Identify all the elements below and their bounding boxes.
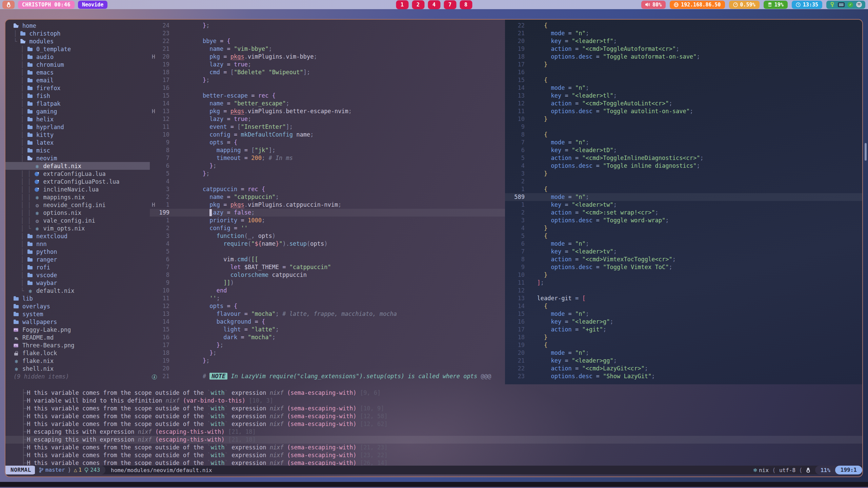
- code-line[interactable]: i21 # NOTE In LazyVim require("clang_ext…: [150, 372, 505, 380]
- code-line[interactable]: 13 flavour = "mocha"; # latte, frappe, m…: [150, 310, 505, 318]
- keyboard-layout-icon[interactable]: [838, 2, 845, 7]
- code-line[interactable]: 16: [150, 84, 505, 92]
- code-line[interactable]: 4 }: [505, 224, 862, 232]
- code-line[interactable]: 8 mapping = ["jk"];: [150, 146, 505, 154]
- code-line[interactable]: 10 end: [150, 287, 505, 294]
- launcher-button[interactable]: [2, 1, 15, 9]
- tree-item[interactable]: │ │ vale_config.ini: [5, 217, 150, 224]
- tree-item[interactable]: │ waybar: [5, 279, 150, 287]
- tree-item[interactable]: README.md: [5, 333, 150, 341]
- tree-item[interactable]: │ nextcloud: [5, 232, 150, 240]
- code-line[interactable]: 2 action = "<cmd>:set wrap!<cr>";: [505, 209, 862, 217]
- code-line[interactable]: 12 opts = {: [150, 302, 505, 310]
- tree-item[interactable]: │ │ default.nix: [5, 162, 150, 170]
- code-line[interactable]: 7 key = "<leader>tv";: [505, 248, 862, 256]
- tree-item[interactable]: │ flatpak: [5, 100, 150, 107]
- code-line[interactable]: 12 action = "<cmd>ToggleAutoLint<cr>";: [505, 100, 862, 107]
- quickfix-row[interactable]: ─H escaping this with expression nixf (e…: [5, 436, 862, 444]
- workspace-button[interactable]: 1: [396, 0, 408, 9]
- active-app-pill[interactable]: Neovide: [78, 1, 107, 9]
- tree-item[interactable]: home: [5, 22, 150, 29]
- code-line[interactable]: 15 mode = "n";: [505, 310, 862, 318]
- tree-item[interactable]: Foggy-Lake.png: [5, 326, 150, 333]
- tree-item[interactable]: │ audio: [5, 53, 150, 61]
- tree-item[interactable]: │ ranger: [5, 256, 150, 263]
- code-line[interactable]: 7 let $BAT_THEME = "catppuccin": [150, 263, 505, 271]
- code-line[interactable]: 9 options.desc = "Toggle Vimtex ToC";: [505, 263, 862, 271]
- code-line[interactable]: 18 cmd = ["Bdelete" "Bwipeout"];: [150, 68, 505, 76]
- workspace-button[interactable]: 8: [460, 0, 472, 9]
- code-line[interactable]: 13 key = "<leader>tl";: [505, 92, 862, 100]
- scrollbar-thumb[interactable]: [865, 143, 867, 161]
- code-line[interactable]: 20 key = "<leader>tf";: [505, 37, 862, 45]
- code-line[interactable]: 20 mode = "n";: [505, 349, 862, 357]
- quickfix-row[interactable]: ─H this variable comes from the scope ou…: [5, 412, 862, 420]
- tree-item[interactable]: │ misc: [5, 146, 150, 154]
- tree-item[interactable]: └ modules: [5, 37, 150, 45]
- code-line[interactable]: 11 ];: [505, 279, 862, 287]
- code-line[interactable]: 10 }: [505, 271, 862, 279]
- code-line[interactable]: 6 vim.cmd([[: [150, 256, 505, 263]
- code-line[interactable]: 2 config = '': [150, 224, 505, 232]
- volume-pill[interactable]: 80%: [641, 1, 666, 9]
- memory-pill[interactable]: 19%: [764, 1, 788, 9]
- code-line[interactable]: 4 require("${name}").setup(opts): [150, 240, 505, 248]
- code-line[interactable]: 19 lazy = true;: [150, 61, 505, 68]
- tree-item[interactable]: │ nnn: [5, 240, 150, 248]
- code-line[interactable]: 5 };: [150, 170, 505, 178]
- workspace-button[interactable]: 2: [412, 0, 424, 9]
- code-line[interactable]: 14 background = {: [150, 318, 505, 326]
- keyring-icon[interactable]: [830, 2, 835, 7]
- tree-item[interactable]: │ │ extraConfigLua.lua: [5, 170, 150, 178]
- tree-item[interactable]: │ christoph: [5, 29, 150, 37]
- code-line[interactable]: 18 options.desc = "Toggle autoformat-on-…: [505, 53, 862, 61]
- code-line[interactable]: 11 '';: [150, 294, 505, 302]
- code-line[interactable]: 21 mode = "n";: [505, 29, 862, 37]
- tree-item[interactable]: │ chromium: [5, 61, 150, 68]
- tree-item[interactable]: shell.nix: [5, 365, 150, 372]
- tree-item[interactable]: │ │ options.nix: [5, 209, 150, 217]
- code-line[interactable]: 4: [150, 178, 505, 185]
- code-line[interactable]: 8 {: [505, 131, 862, 139]
- tree-item[interactable]: wallpapers: [5, 318, 150, 326]
- quickfix-row[interactable]: ─H this variable comes from the scope ou…: [5, 451, 862, 459]
- code-line[interactable]: 14 {: [505, 302, 862, 310]
- code-line[interactable]: H13 pkg = pkgs.vimPlugins.better-escape-…: [150, 107, 505, 115]
- code-line[interactable]: 17 };: [150, 341, 505, 349]
- tree-item[interactable]: │ fish: [5, 92, 150, 100]
- code-line[interactable]: 1 priority = 1000;: [150, 217, 505, 224]
- code-line[interactable]: 9 ]]): [150, 279, 505, 287]
- code-line[interactable]: 1 key = "<leader>tw";: [505, 201, 862, 209]
- tree-item[interactable]: system: [5, 310, 150, 318]
- tree-item[interactable]: overlays: [5, 302, 150, 310]
- quickfix-row[interactable]: ─H this variable comes from the scope ou…: [5, 389, 862, 397]
- code-line[interactable]: 5 {: [505, 232, 862, 240]
- quickfix-row[interactable]: ─H this variable comes from the scope ou…: [5, 420, 862, 428]
- tree-item[interactable]: │ gaming: [5, 107, 150, 115]
- code-line[interactable]: 9: [505, 123, 862, 131]
- code-line[interactable]: 17 };: [150, 76, 505, 84]
- code-line[interactable]: 9 opts = {: [150, 139, 505, 146]
- updates-ok-icon[interactable]: ✓: [848, 2, 853, 7]
- code-line[interactable]: 21 name = "vim-bbye";: [150, 45, 505, 53]
- tree-item[interactable]: flake.lock: [5, 349, 150, 357]
- code-line[interactable]: 589 mode = "n";: [505, 193, 862, 201]
- code-line[interactable]: 19 {: [505, 341, 862, 349]
- code-line[interactable]: 19 };: [150, 357, 505, 365]
- code-line[interactable]: 16 key = "<leader>g";: [505, 318, 862, 326]
- tree-item[interactable]: │ hyprland: [5, 123, 150, 131]
- tree-item[interactable]: │ neovim: [5, 154, 150, 162]
- code-line[interactable]: 16 dark = "mocha";: [150, 333, 505, 341]
- code-line[interactable]: 13 leader-git = [: [505, 294, 862, 302]
- quickfix-row[interactable]: ─H this variable comes from the scope ou…: [5, 444, 862, 451]
- code-line[interactable]: 199 lazy = false;: [150, 209, 505, 217]
- tree-item[interactable]: │ rofi: [5, 263, 150, 271]
- code-line[interactable]: 3 options.desc = "Toggle word-wrap";: [505, 217, 862, 224]
- quickfix-row[interactable]: ─H variable will bind to this definition…: [5, 397, 862, 405]
- tree-item[interactable]: │ email: [5, 76, 150, 84]
- code-line[interactable]: 17 }: [505, 61, 862, 68]
- tree-item[interactable]: lib: [5, 294, 150, 302]
- code-line[interactable]: 19 action = "<cmd>ToggleAutoformat<cr>";: [505, 45, 862, 53]
- code-line[interactable]: 18 };: [150, 349, 505, 357]
- code-line[interactable]: 12: [505, 287, 862, 294]
